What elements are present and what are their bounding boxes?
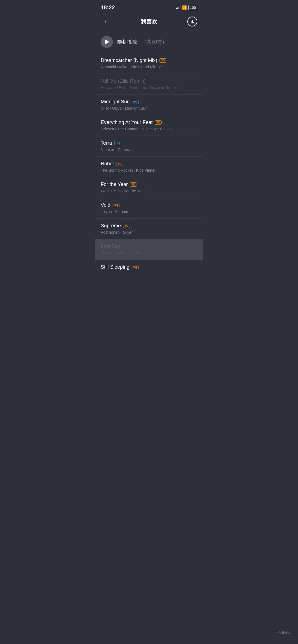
song-item-2[interactable]: Tell Me (Ellis Remix) Haywyre / Ellis · … xyxy=(95,74,203,95)
song-title-2: Tell Me (Ellis Remix) xyxy=(101,78,146,84)
song-title-9: Supreme xyxy=(101,223,121,229)
sq-badge-7: SQ xyxy=(130,182,137,187)
song-title-7: For the Year xyxy=(101,182,128,187)
song-item-8[interactable]: Void SQ Jolyne · Autumn xyxy=(95,198,203,219)
song-title-row-5: Terra HQ xyxy=(101,140,197,146)
song-item-6[interactable]: Robot SQ The Sound Rocket · Kids Planet xyxy=(95,157,203,177)
song-item-10[interactable]: Lost Boy The Midnight · Lost Boy xyxy=(95,239,203,260)
shuffle-label: 随机播放 xyxy=(117,39,137,45)
song-title-1: Dreamcatcher (Night Mix) xyxy=(101,58,157,63)
hq-badge-5: HQ xyxy=(114,141,121,145)
song-title-10: Lost Boy xyxy=(101,244,120,249)
song-title-8: Void xyxy=(101,202,110,208)
sq-badge-1: SQ xyxy=(159,58,166,63)
song-meta-6: The Sound Rocket · Kids Planet xyxy=(101,168,197,173)
song-meta-2: Haywyre / Ellis · Panorama: Discover Rem… xyxy=(101,85,197,90)
song-meta-7: Work D**gs · For the Year xyxy=(101,189,197,193)
signal-bar-1 xyxy=(176,8,177,9)
signal-bar-2 xyxy=(177,7,178,9)
signal-bar-4 xyxy=(180,6,180,9)
equalizer-button[interactable] xyxy=(187,17,197,26)
shuffle-play-button[interactable] xyxy=(101,36,113,48)
back-button[interactable]: ‹ xyxy=(101,17,111,26)
song-meta-5: Notaker · Genesis xyxy=(101,147,197,152)
song-item-3[interactable]: Midnight Sun HQ OTR / Ukiyo · Midnight S… xyxy=(95,95,203,115)
status-bar: 18:22 📶 100 xyxy=(95,0,203,14)
play-icon xyxy=(105,39,109,44)
song-item-7[interactable]: For the Year SQ Work D**gs · For the Yea… xyxy=(95,177,203,198)
shuffle-section[interactable]: 随机播放 （共50首） xyxy=(95,31,203,53)
song-meta-1: Robotaki / Miko · The Grand Mirage xyxy=(101,65,197,69)
song-title-row-8: Void SQ xyxy=(101,202,197,208)
song-title-row-6: Robot SQ xyxy=(101,161,197,167)
signal-icon xyxy=(176,6,180,9)
song-title-11: Still Sleeping xyxy=(101,264,129,270)
song-title-5: Terra xyxy=(101,140,112,146)
status-time: 18:22 xyxy=(101,4,115,11)
hq-badge-3: HQ xyxy=(132,100,139,104)
header: ‹ 我喜欢 xyxy=(95,14,203,31)
sq-badge-8: SQ xyxy=(113,203,119,207)
song-item-5[interactable]: Terra HQ Notaker · Genesis xyxy=(95,136,203,157)
songs-list: Dreamcatcher (Night Mix) SQ Robotaki / M… xyxy=(95,53,203,274)
song-title-4: Everything At Your Feet xyxy=(101,120,153,125)
song-title-row-2: Tell Me (Ellis Remix) xyxy=(101,78,197,84)
song-item-11[interactable]: Still Sleeping SQ xyxy=(95,260,203,274)
battery-icon: 100 xyxy=(188,5,197,10)
signal-bar-3 xyxy=(179,7,179,9)
shuffle-count: （共50首） xyxy=(142,39,167,45)
song-title-row-11: Still Sleeping SQ xyxy=(101,264,197,270)
sq-badge-4: SQ xyxy=(155,120,161,125)
sq-badge-9: SQ xyxy=(123,224,130,228)
song-title-row-4: Everything At Your Feet SQ xyxy=(101,120,197,125)
sq-badge-11: SQ xyxy=(132,265,138,269)
song-item-1[interactable]: Dreamcatcher (Night Mix) SQ Robotaki / M… xyxy=(95,53,203,74)
song-meta-8: Jolyne · Autumn xyxy=(101,209,197,214)
wifi-icon: 📶 xyxy=(182,5,187,10)
equalizer-icon xyxy=(191,20,194,23)
song-meta-9: Postilionen · Skyer xyxy=(101,230,197,235)
song-title-row-10: Lost Boy xyxy=(101,244,197,249)
song-item-4[interactable]: Everything At Your Feet SQ Odesza / The … xyxy=(95,115,203,136)
song-meta-10: The Midnight · Lost Boy xyxy=(101,251,197,255)
status-icons: 📶 100 xyxy=(176,5,197,10)
back-icon: ‹ xyxy=(105,18,107,25)
page-title: 我喜欢 xyxy=(141,18,157,25)
song-meta-3: OTR / Ukiyo · Midnight Sun xyxy=(101,106,197,111)
song-title-6: Robot xyxy=(101,161,114,167)
song-title-3: Midnight Sun xyxy=(101,99,130,105)
song-title-row-7: For the Year SQ xyxy=(101,182,197,187)
song-title-row-9: Supreme SQ xyxy=(101,223,197,229)
song-meta-4: Odesza / The Chamanas · Deluxe Edition xyxy=(101,127,197,131)
song-item-9[interactable]: Supreme SQ Postilionen · Skyer xyxy=(95,219,203,239)
sq-badge-6: SQ xyxy=(116,162,123,166)
song-title-row-3: Midnight Sun HQ xyxy=(101,99,197,105)
song-title-row-1: Dreamcatcher (Night Mix) SQ xyxy=(101,58,197,63)
